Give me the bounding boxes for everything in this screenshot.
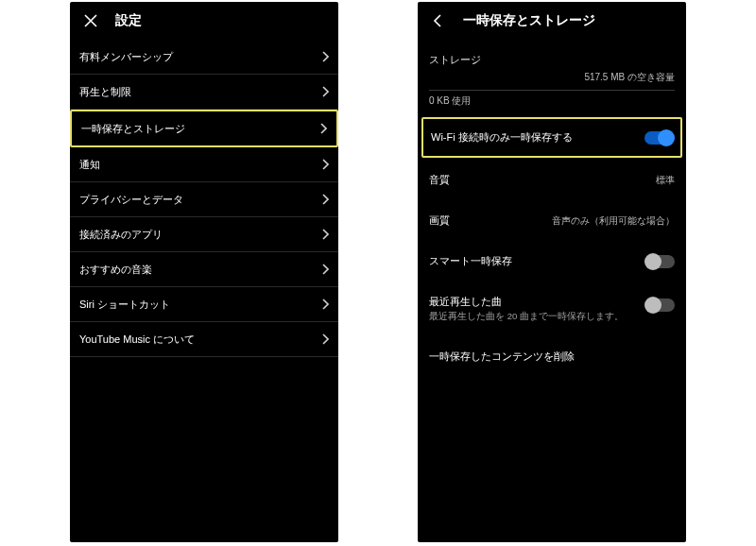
chevron-right-icon — [321, 159, 329, 170]
audio-quality-value: 標準 — [656, 174, 675, 187]
settings-item[interactable]: 有料メンバーシップ — [70, 40, 338, 75]
chevron-right-icon — [321, 264, 329, 275]
wifi-only-label: Wi-Fi 接続時のみ一時保存する — [431, 130, 573, 145]
storage-used: 0 KB 使用 — [418, 91, 686, 115]
settings-header: 設定 — [70, 2, 338, 40]
close-icon[interactable] — [83, 13, 98, 28]
settings-item[interactable]: おすすめの音楽 — [70, 252, 338, 287]
video-quality-value: 音声のみ（利用可能な場合） — [552, 214, 675, 228]
settings-item[interactable]: 一時保存とストレージ — [70, 110, 338, 147]
settings-screen: 設定 有料メンバーシップ再生と制限一時保存とストレージ通知プライバシーとデータ接… — [70, 2, 338, 542]
settings-item-label: おすすめの音楽 — [79, 263, 152, 277]
smart-download-toggle[interactable] — [646, 255, 675, 268]
delete-downloads-label: 一時保存したコンテンツを削除 — [429, 350, 575, 364]
video-quality-label: 画質 — [429, 213, 450, 228]
settings-item[interactable]: YouTube Music について — [70, 322, 338, 357]
storage-free: 517.5 MB の空き容量 — [418, 67, 686, 84]
audio-quality-row[interactable]: 音質 標準 — [418, 160, 686, 200]
settings-item[interactable]: プライバシーとデータ — [70, 182, 338, 217]
storage-label: ストレージ — [418, 40, 686, 67]
settings-item[interactable]: Siri ショートカット — [70, 287, 338, 322]
chevron-right-icon — [321, 51, 329, 62]
chevron-right-icon — [321, 194, 329, 205]
settings-item-label: 一時保存とストレージ — [81, 122, 185, 136]
audio-quality-label: 音質 — [429, 173, 450, 187]
settings-item[interactable]: 接続済みのアプリ — [70, 217, 338, 252]
settings-item-label: 有料メンバーシップ — [79, 50, 173, 64]
settings-item-label: プライバシーとデータ — [79, 193, 183, 207]
recent-played-text: 最近再生した曲 最近再生した曲を 20 曲まで一時保存します。 — [429, 295, 624, 323]
storage-title: 一時保存とストレージ — [463, 12, 595, 29]
settings-list: 有料メンバーシップ再生と制限一時保存とストレージ通知プライバシーとデータ接続済み… — [70, 40, 338, 357]
chevron-right-icon — [321, 299, 329, 310]
settings-title: 設定 — [115, 12, 142, 29]
settings-item-label: YouTube Music について — [79, 333, 195, 347]
back-icon[interactable] — [431, 13, 446, 28]
wifi-only-row[interactable]: Wi-Fi 接続時のみ一時保存する — [421, 117, 682, 158]
chevron-right-icon — [321, 86, 329, 97]
video-quality-row[interactable]: 画質 音声のみ（利用可能な場合） — [418, 200, 686, 241]
smart-download-row[interactable]: スマート一時保存 — [418, 241, 686, 282]
settings-item-label: Siri ショートカット — [79, 298, 170, 312]
storage-screen: 一時保存とストレージ ストレージ 517.5 MB の空き容量 0 KB 使用 … — [418, 2, 686, 542]
chevron-right-icon — [319, 123, 327, 134]
settings-item-label: 通知 — [79, 158, 100, 172]
recent-played-label: 最近再生した曲 — [429, 295, 624, 309]
settings-item[interactable]: 再生と制限 — [70, 75, 338, 110]
settings-item[interactable]: 通知 — [70, 147, 338, 182]
chevron-right-icon — [321, 333, 329, 345]
chevron-right-icon — [321, 229, 329, 240]
recent-played-desc: 最近再生した曲を 20 曲まで一時保存します。 — [429, 311, 624, 323]
settings-item-label: 再生と制限 — [79, 85, 131, 99]
wifi-only-toggle[interactable] — [644, 131, 673, 145]
smart-download-label: スマート一時保存 — [429, 254, 512, 268]
settings-item-label: 接続済みのアプリ — [79, 228, 163, 242]
recent-played-row[interactable]: 最近再生した曲 最近再生した曲を 20 曲まで一時保存します。 — [418, 282, 686, 336]
storage-header: 一時保存とストレージ — [418, 2, 686, 40]
delete-downloads-row[interactable]: 一時保存したコンテンツを削除 — [418, 336, 686, 377]
recent-played-toggle[interactable] — [646, 299, 675, 312]
